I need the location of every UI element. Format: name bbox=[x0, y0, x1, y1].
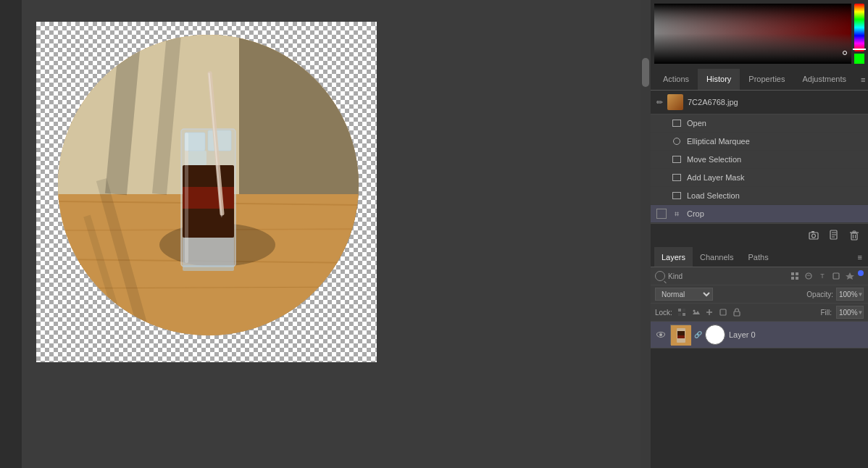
pixel-filter-icon[interactable] bbox=[789, 270, 801, 282]
layer-lock-row: Lock: Fill: 100% ▼ bbox=[651, 304, 868, 322]
history-state-indicator bbox=[656, 136, 667, 146]
fill-label: Fill: bbox=[820, 309, 832, 317]
color-gradient-overlay bbox=[654, 4, 851, 64]
filter-active-dot bbox=[858, 270, 864, 276]
tab-adjustments[interactable]: Adjustments bbox=[793, 69, 855, 90]
layer-thumbnail bbox=[670, 325, 690, 345]
svg-rect-15 bbox=[188, 151, 206, 165]
svg-rect-14 bbox=[208, 130, 231, 151]
tab-adjustments-label: Adjustments bbox=[802, 75, 846, 83]
blend-mode-select[interactable]: Normal Multiply Screen bbox=[655, 288, 713, 301]
layer-filter-kind-label: Kind bbox=[668, 272, 683, 280]
lock-position-icon[interactable] bbox=[704, 307, 714, 317]
svg-rect-30 bbox=[851, 233, 857, 240]
canvas-image-circle bbox=[58, 35, 359, 335]
history-item-load-selection[interactable]: Load Selection bbox=[651, 187, 868, 205]
layer-item-layer0[interactable]: 🔗 Layer 0 bbox=[651, 322, 868, 348]
svg-rect-32 bbox=[853, 231, 856, 233]
svg-rect-25 bbox=[811, 231, 814, 233]
canvas-image-container bbox=[36, 22, 377, 362]
svg-rect-43 bbox=[678, 313, 681, 316]
tab-actions-label: Actions bbox=[663, 75, 689, 83]
smart-filter-icon[interactable] bbox=[844, 270, 856, 282]
new-document-button[interactable] bbox=[826, 227, 842, 243]
adjustment-filter-icon[interactable] bbox=[803, 270, 814, 282]
color-cursor bbox=[843, 51, 847, 55]
lock-image-pixels-icon[interactable] bbox=[690, 307, 701, 317]
fill-arrow-icon: ▼ bbox=[858, 309, 864, 316]
svg-rect-37 bbox=[791, 277, 794, 280]
svg-rect-42 bbox=[683, 309, 685, 312]
history-item-add-mask-label: Add Layer Mask bbox=[687, 173, 744, 182]
fill-value-text: 100% bbox=[839, 309, 858, 317]
canvas-wrapper bbox=[36, 22, 377, 362]
history-state-indicator bbox=[656, 154, 667, 164]
tab-properties-label: Properties bbox=[748, 75, 785, 83]
history-item-open[interactable]: Open bbox=[651, 114, 868, 133]
svg-rect-18 bbox=[183, 238, 234, 267]
tab-layers[interactable]: Layers bbox=[654, 247, 693, 267]
svg-rect-49 bbox=[734, 312, 740, 316]
hue-cursor bbox=[853, 49, 866, 50]
svg-line-8 bbox=[116, 35, 130, 194]
layer-chain-icon: 🔗 bbox=[694, 329, 701, 340]
tab-paths[interactable]: Paths bbox=[741, 247, 776, 267]
canvas-image-svg bbox=[58, 35, 359, 335]
history-state-indicator bbox=[656, 118, 667, 128]
history-bottom-toolbar bbox=[651, 223, 868, 247]
color-sliders bbox=[854, 4, 864, 64]
history-item-move-selection[interactable]: Move Selection bbox=[651, 151, 868, 169]
svg-rect-36 bbox=[796, 272, 798, 275]
add-layer-mask-icon bbox=[671, 172, 683, 183]
opacity-label: Opacity: bbox=[806, 291, 833, 298]
history-source-row: ✏ 7C2A6768.jpg bbox=[651, 91, 868, 114]
history-source-name: 7C2A6768.jpg bbox=[688, 98, 738, 106]
elliptical-marquee-icon bbox=[671, 135, 683, 147]
layer-tabs-more[interactable]: ≡ bbox=[852, 247, 868, 267]
svg-rect-53 bbox=[677, 335, 685, 338]
history-state-indicator bbox=[656, 191, 667, 201]
delete-history-button[interactable] bbox=[846, 227, 862, 243]
left-toolbar bbox=[0, 0, 22, 468]
new-snapshot-button[interactable] bbox=[806, 227, 822, 243]
lock-label: Lock: bbox=[655, 309, 672, 317]
canvas-scrollbar[interactable] bbox=[640, 0, 651, 468]
opacity-value-text: 100% bbox=[839, 291, 858, 298]
fill-value[interactable]: 100% ▼ bbox=[836, 306, 864, 319]
lock-transparent-pixels-icon[interactable] bbox=[677, 307, 687, 317]
svg-point-45 bbox=[693, 310, 695, 312]
history-item-crop[interactable]: ⌗ Crop bbox=[651, 205, 868, 223]
move-selection-icon bbox=[671, 154, 683, 165]
load-selection-icon bbox=[671, 190, 683, 201]
svg-point-24 bbox=[812, 234, 816, 238]
history-item-elliptical[interactable]: Elliptical Marquee bbox=[651, 133, 868, 151]
lock-artboards-icon[interactable] bbox=[718, 307, 728, 317]
opacity-value[interactable]: 100% ▼ bbox=[836, 288, 864, 301]
tab-actions[interactable]: Actions bbox=[654, 69, 698, 90]
svg-rect-41 bbox=[678, 309, 681, 312]
history-state-indicator bbox=[656, 172, 667, 183]
lock-all-icon[interactable] bbox=[732, 307, 742, 317]
color-gradient-picker[interactable] bbox=[654, 4, 851, 64]
hue-slider[interactable] bbox=[854, 4, 864, 51]
svg-rect-22 bbox=[183, 265, 234, 271]
history-state-indicator-active bbox=[656, 209, 667, 219]
svg-rect-38 bbox=[796, 277, 798, 280]
scrollbar-thumb[interactable] bbox=[642, 58, 649, 87]
type-filter-icon[interactable]: T bbox=[817, 270, 828, 282]
layer-visibility-toggle[interactable] bbox=[655, 329, 667, 340]
tab-properties[interactable]: Properties bbox=[740, 69, 793, 90]
layer-filter-icons: T bbox=[789, 270, 864, 282]
tab-history[interactable]: History bbox=[698, 69, 740, 90]
layer-tabs-bar: Layers Channels Paths ≡ bbox=[651, 247, 868, 267]
canvas-area bbox=[22, 0, 640, 468]
history-item-add-mask[interactable]: Add Layer Mask bbox=[651, 169, 868, 187]
svg-rect-19 bbox=[185, 133, 188, 263]
crop-icon: ⌗ bbox=[671, 208, 683, 220]
tab-layers-label: Layers bbox=[662, 253, 685, 262]
layer-filter-search-icon bbox=[655, 271, 665, 281]
shape-filter-icon[interactable] bbox=[830, 270, 842, 282]
panel-tabs-more[interactable]: ≡ bbox=[855, 69, 868, 90]
history-source-thumb bbox=[667, 94, 683, 110]
tab-channels[interactable]: Channels bbox=[693, 247, 740, 267]
